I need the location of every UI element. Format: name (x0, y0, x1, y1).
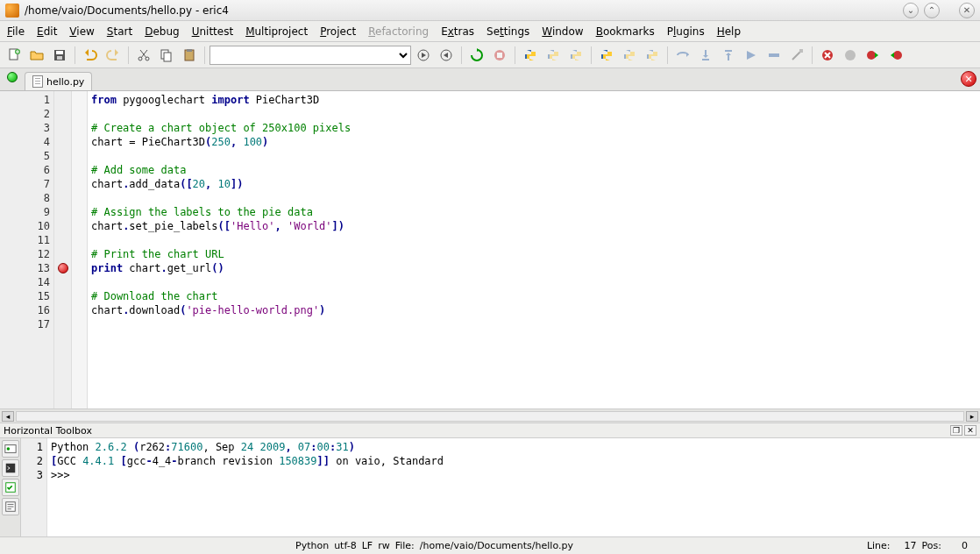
status-encoding: utf-8 (334, 540, 357, 551)
svg-rect-8 (164, 53, 171, 61)
status-mode: rw (378, 540, 390, 551)
svg-point-20 (845, 50, 856, 60)
breakpoint-icon[interactable] (58, 263, 68, 273)
stop-button[interactable] (489, 45, 510, 66)
svg-point-21 (867, 51, 876, 60)
continue-button[interactable] (741, 45, 762, 66)
svg-rect-14 (497, 53, 502, 58)
menu-start[interactable]: Start (107, 25, 132, 38)
toolbox-sidebar (0, 438, 21, 536)
toolbox-tab-shell[interactable] (2, 440, 19, 458)
status-line-label: Line: (867, 540, 891, 551)
save-button[interactable] (49, 45, 70, 66)
editor-tabbar: hello.py ✕ (0, 68, 980, 91)
toolbox-title: Horizontal Toolbox (4, 425, 92, 437)
scroll-right-button[interactable]: ▸ (966, 411, 978, 422)
copy-button[interactable] (156, 45, 177, 66)
document-icon (32, 75, 43, 88)
status-led-icon (7, 72, 18, 82)
undo-button[interactable] (80, 45, 101, 66)
eval-button[interactable] (786, 45, 807, 66)
toolbox-header: Horizontal Toolbox ❐ ✕ (0, 423, 980, 438)
toolbox-tab-terminal[interactable] (2, 459, 19, 477)
menu-view[interactable]: View (69, 25, 94, 38)
menu-file[interactable]: File (7, 25, 25, 38)
menu-settings[interactable]: Settings (486, 25, 529, 38)
paste-button[interactable] (179, 45, 200, 66)
status-language: Python (295, 540, 329, 551)
svg-point-24 (7, 447, 11, 451)
toolbox-tab-log[interactable] (2, 498, 19, 515)
step-out-button[interactable] (718, 45, 739, 66)
quick-find-combo[interactable] (209, 46, 411, 65)
menu-unittest[interactable]: Unittest (192, 25, 234, 38)
status-line: 17 (896, 540, 917, 551)
toolbox-close-button[interactable]: ✕ (964, 425, 976, 436)
svg-rect-3 (56, 51, 63, 54)
shell-output[interactable]: Python 2.6.2 (r262:71600, Sep 24 2009, 0… (47, 438, 980, 536)
redo-button[interactable] (103, 45, 124, 66)
python-icon-2[interactable] (543, 45, 564, 66)
menu-edit[interactable]: Edit (37, 25, 57, 38)
clear-breakpoints-button[interactable] (817, 45, 838, 66)
step-over-button[interactable] (672, 45, 693, 66)
python-icon-6[interactable] (642, 45, 663, 66)
titlebar: /home/vaio/Documents/hello.py - eric4 ⌄ … (0, 0, 980, 21)
restart-button[interactable] (466, 45, 487, 66)
menubar: File Edit View Start Debug Unittest Mult… (0, 21, 980, 42)
debug-script-button[interactable] (436, 45, 457, 66)
svg-rect-10 (187, 49, 192, 52)
new-file-button[interactable] (4, 45, 25, 66)
status-pos-label: Pos: (922, 540, 941, 551)
shell-panel: 123 Python 2.6.2 (r262:71600, Sep 24 200… (21, 438, 980, 536)
python-icon-3[interactable] (565, 45, 586, 66)
status-eol: LF (362, 540, 373, 551)
breakpoint-prev-button[interactable] (885, 45, 906, 66)
status-file-label: File: (395, 540, 415, 551)
breakpoint-next-button[interactable] (863, 45, 884, 66)
status-pos: 0 (947, 540, 968, 551)
minimize-button[interactable]: ⌄ (903, 3, 919, 18)
breakpoint-margin[interactable] (54, 91, 72, 408)
menu-window[interactable]: Window (542, 25, 583, 38)
menu-bookmarks[interactable]: Bookmarks (596, 25, 655, 38)
python-icon-5[interactable] (619, 45, 640, 66)
menu-plugins[interactable]: Plugins (667, 25, 705, 38)
python-icon-1[interactable] (520, 45, 541, 66)
svg-rect-4 (57, 56, 62, 60)
cut-button[interactable] (133, 45, 154, 66)
maximize-button[interactable]: ⌃ (924, 3, 940, 18)
menu-extras[interactable]: Extras (441, 25, 474, 38)
menu-project[interactable]: Project (320, 25, 356, 38)
editor-area: 1234567891011121314151617 from pygooglec… (0, 91, 980, 423)
fold-column[interactable] (72, 91, 88, 408)
window-title: /home/vaio/Documents/hello.py - eric4 (25, 4, 229, 17)
step-into-button[interactable] (695, 45, 716, 66)
scroll-left-button[interactable]: ◂ (2, 411, 14, 422)
menu-help[interactable]: Help (717, 25, 741, 38)
svg-rect-16 (725, 50, 732, 52)
menu-multiproject[interactable]: Multiproject (245, 25, 308, 38)
exceptions-button[interactable] (840, 45, 861, 66)
svg-rect-25 (6, 464, 16, 473)
svg-rect-18 (799, 49, 803, 53)
svg-rect-17 (769, 53, 779, 57)
horizontal-scrollbar[interactable]: ◂ ▸ (0, 408, 980, 423)
run-to-cursor-button[interactable] (763, 45, 785, 66)
code-editor[interactable]: from pygooglechart import PieChart3D# Cr… (88, 91, 980, 408)
close-window-button[interactable]: ✕ (959, 3, 975, 18)
toolbox-tab-tasks[interactable] (2, 479, 19, 496)
run-script-button[interactable] (413, 45, 434, 66)
svg-rect-15 (702, 59, 709, 60)
toolbox-float-button[interactable]: ❐ (950, 425, 962, 436)
close-tab-button[interactable]: ✕ (961, 71, 976, 87)
menu-debug[interactable]: Debug (145, 25, 179, 38)
statusbar: Python utf-8 LF rw File: /home/vaio/Docu… (0, 536, 980, 554)
line-number-gutter[interactable]: 1234567891011121314151617 (0, 91, 54, 408)
status-file-path: /home/vaio/Documents/hello.py (420, 540, 573, 551)
open-file-button[interactable] (26, 45, 47, 66)
tab-filename: hello.py (46, 76, 84, 88)
python-icon-4[interactable] (596, 45, 617, 66)
editor-tab[interactable]: hello.py (25, 72, 92, 90)
scroll-track[interactable] (16, 411, 964, 422)
